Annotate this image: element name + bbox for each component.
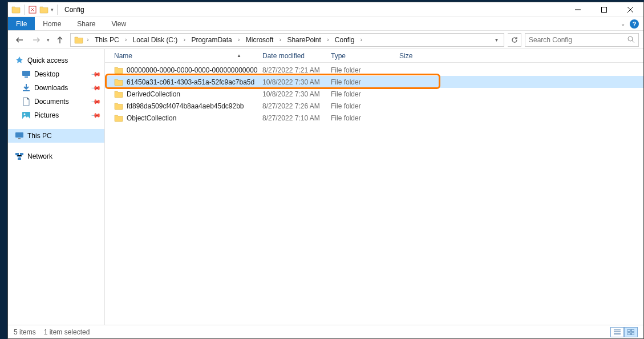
tab-share[interactable]: Share (69, 17, 103, 30)
cell-name: ObjectCollection (110, 114, 258, 123)
ribbon-expand-icon[interactable]: ⌄ (621, 21, 625, 27)
up-button[interactable] (53, 33, 67, 47)
breadcrumb[interactable]: › This PC› Local Disk (C:)› ProgramData›… (70, 33, 504, 47)
maximize-button[interactable] (591, 2, 617, 17)
svg-rect-3 (22, 71, 30, 76)
window-title: Config (64, 6, 84, 14)
nav-quick-access[interactable]: Quick access (8, 54, 104, 67)
desktop-icon (22, 70, 31, 79)
table-row[interactable]: DerivedCollection10/8/2022 7:30 AMFile f… (105, 88, 643, 100)
cell-type: File folder (326, 66, 395, 74)
breadcrumb-item[interactable]: This PC (91, 34, 123, 46)
column-size[interactable]: Size (395, 49, 440, 62)
explorer-window: ▾ Config File Home Share View ⌄ ? ▾ › Th… (7, 2, 644, 339)
forward-button[interactable] (30, 33, 43, 47)
sort-asc-icon: ▲ (237, 53, 253, 58)
file-tab[interactable]: File (8, 17, 35, 30)
navigation-pane: Quick access Desktop 📌 Downloads 📌 Docum… (8, 49, 105, 325)
folder-icon (74, 35, 83, 45)
svg-rect-4 (25, 76, 28, 78)
search-input[interactable] (529, 36, 627, 44)
large-icons-view-button[interactable] (624, 327, 638, 337)
column-date-modified[interactable]: Date modified (258, 49, 326, 62)
tab-view[interactable]: View (103, 17, 134, 30)
search-box[interactable] (525, 33, 639, 47)
help-icon[interactable]: ? (630, 19, 639, 29)
new-folder-icon[interactable] (39, 5, 48, 14)
file-list[interactable]: 00000000-0000-0000-0000-0000000000008/27… (105, 63, 643, 325)
svg-rect-10 (15, 153, 19, 155)
table-row[interactable]: 00000000-0000-0000-0000-0000000000008/27… (105, 64, 643, 76)
pin-icon: 📌 (90, 110, 101, 120)
qat-dropdown-icon[interactable]: ▾ (51, 7, 54, 13)
folder-icon (11, 5, 21, 14)
column-name[interactable]: Name▲ (110, 49, 258, 62)
minimize-button[interactable] (565, 2, 591, 17)
svg-rect-14 (631, 329, 634, 332)
status-bar: 5 items 1 item selected (8, 325, 643, 338)
pin-icon: 📌 (90, 68, 101, 79)
svg-rect-9 (18, 138, 21, 139)
pc-icon (15, 131, 24, 140)
nav-network[interactable]: Network (8, 150, 104, 163)
chevron-right-icon[interactable]: › (277, 34, 283, 46)
status-selection: 1 item selected (44, 328, 90, 336)
cell-name: fd898da509cf4074b8aa4aeb45dc92bb (110, 102, 258, 111)
chevron-right-icon[interactable]: › (123, 34, 129, 46)
titlebar: ▾ Config (8, 2, 643, 17)
cell-modified: 8/27/2022 7:21 AM (258, 66, 326, 74)
back-button[interactable] (13, 33, 26, 47)
svg-rect-8 (15, 132, 23, 138)
address-bar: ▾ › This PC› Local Disk (C:)› ProgramDat… (8, 31, 643, 49)
nav-documents[interactable]: Documents 📌 (8, 95, 104, 108)
file-list-pane: Name▲ Date modified Type Size 00000000-0… (105, 49, 643, 325)
tab-home[interactable]: Home (35, 17, 69, 30)
ribbon: File Home Share View ⌄ ? (8, 17, 643, 31)
svg-rect-13 (627, 329, 630, 332)
star-icon (15, 56, 24, 65)
breadcrumb-item[interactable]: Config (331, 34, 358, 46)
svg-point-2 (628, 37, 633, 41)
breadcrumb-item[interactable]: SharePoint (283, 34, 324, 46)
svg-rect-11 (20, 153, 23, 155)
chevron-right-icon[interactable]: › (358, 34, 365, 46)
breadcrumb-item[interactable]: Local Disk (C:) (129, 34, 181, 46)
chevron-right-icon[interactable]: › (236, 34, 242, 46)
svg-rect-5 (23, 90, 30, 91)
chevron-right-icon[interactable]: › (181, 34, 188, 46)
table-row[interactable]: 61450a31-c061-4303-a51a-52fc9ac7ba5d10/8… (105, 76, 643, 88)
nav-pictures[interactable]: Pictures 📌 (8, 108, 104, 122)
svg-point-7 (24, 114, 26, 115)
cell-type: File folder (326, 102, 395, 110)
svg-rect-12 (18, 158, 21, 160)
pin-icon: 📌 (90, 82, 101, 93)
table-row[interactable]: fd898da509cf4074b8aa4aeb45dc92bb8/27/202… (105, 100, 643, 112)
nav-this-pc[interactable]: This PC (8, 129, 104, 143)
refresh-button[interactable] (508, 33, 521, 47)
cell-modified: 10/8/2022 7:30 AM (258, 78, 326, 86)
chevron-right-icon[interactable]: › (325, 34, 331, 46)
body: Quick access Desktop 📌 Downloads 📌 Docum… (8, 49, 643, 325)
table-row[interactable]: ObjectCollection8/27/2022 7:10 AMFile fo… (105, 112, 643, 124)
downloads-icon (22, 83, 31, 92)
history-dropdown-icon[interactable]: ▾ (47, 37, 50, 43)
quick-access-toolbar: ▾ (8, 5, 62, 15)
close-button[interactable] (617, 2, 643, 17)
network-icon (15, 152, 24, 161)
column-type[interactable]: Type (326, 49, 395, 62)
cell-name: 61450a31-c061-4303-a51a-52fc9ac7ba5d (110, 78, 258, 87)
svg-rect-1 (602, 7, 607, 12)
nav-downloads[interactable]: Downloads 📌 (8, 81, 104, 95)
details-view-button[interactable] (610, 327, 624, 337)
pictures-icon (22, 111, 31, 120)
breadcrumb-item[interactable]: ProgramData (188, 34, 235, 46)
nav-desktop[interactable]: Desktop 📌 (8, 67, 104, 81)
breadcrumb-item[interactable]: Microsoft (242, 34, 277, 46)
breadcrumb-dropdown-icon[interactable]: ▾ (492, 34, 501, 46)
chevron-right-icon[interactable]: › (84, 34, 91, 46)
svg-rect-15 (627, 333, 630, 335)
cell-modified: 8/27/2022 7:26 AM (258, 102, 326, 110)
properties-icon[interactable] (28, 5, 37, 14)
documents-icon (22, 97, 31, 106)
cell-modified: 10/8/2022 7:30 AM (258, 90, 326, 98)
